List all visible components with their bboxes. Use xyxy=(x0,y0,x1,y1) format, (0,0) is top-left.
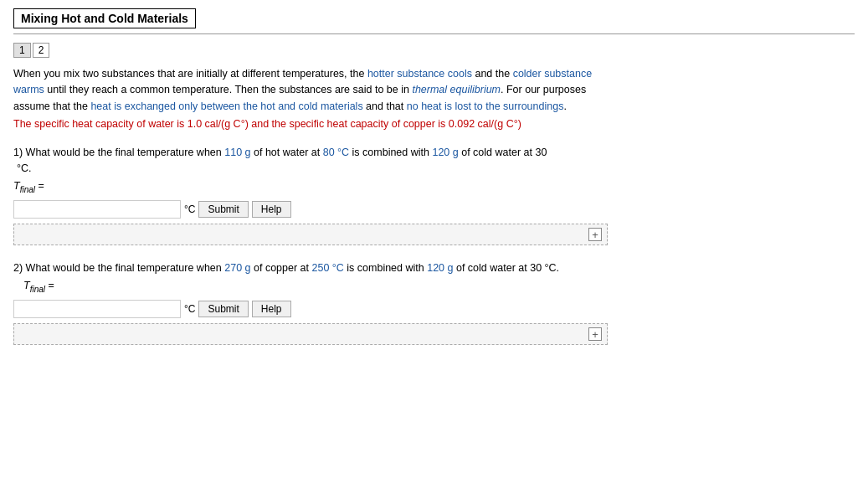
q1-submit-button[interactable]: Submit xyxy=(198,201,248,218)
q2-unit: °C xyxy=(184,303,195,315)
q2-expand-plus-icon: + xyxy=(588,327,602,341)
q1-expand-plus-icon: + xyxy=(588,228,602,241)
page-title: Mixing Hot and Cold Materials xyxy=(21,12,188,25)
q2-help-button[interactable]: Help xyxy=(252,301,291,317)
q1-answer-input[interactable] xyxy=(13,200,181,219)
specific-heat-line: The specific heat capacity of water is 1… xyxy=(13,118,855,130)
q1-help-button[interactable]: Help xyxy=(252,201,291,218)
question-1-block: 1) What would be the final temperature w… xyxy=(13,145,855,245)
intro-paragraph: When you mix two substances that are ini… xyxy=(13,66,599,115)
q1-expand-bar[interactable]: + xyxy=(13,224,608,245)
q2-submit-button[interactable]: Submit xyxy=(198,301,248,317)
question-2-text: 2) What would be the final temperature w… xyxy=(13,260,616,276)
q2-input-row: °C Submit Help xyxy=(13,300,855,318)
q1-tfinal-label: Tfinal = xyxy=(13,180,855,194)
title-box: Mixing Hot and Cold Materials xyxy=(13,8,196,28)
q2-expand-bar[interactable]: + xyxy=(13,323,608,345)
q1-input-row: °C Submit Help xyxy=(13,200,855,219)
q2-number: 2) xyxy=(13,262,26,274)
question-1-text: 1) What would be the final temperature w… xyxy=(13,145,616,177)
q2-answer-input[interactable] xyxy=(13,300,181,318)
q1-number: 1) xyxy=(13,147,26,158)
question-2-block: 2) What would be the final temperature w… xyxy=(13,260,855,345)
q2-tfinal-label: Tfinal = xyxy=(23,280,855,294)
tab-row: 1 2 xyxy=(13,43,855,58)
tab-2[interactable]: 2 xyxy=(33,43,50,58)
tab-1[interactable]: 1 xyxy=(13,43,31,58)
q1-unit: °C xyxy=(184,203,195,215)
